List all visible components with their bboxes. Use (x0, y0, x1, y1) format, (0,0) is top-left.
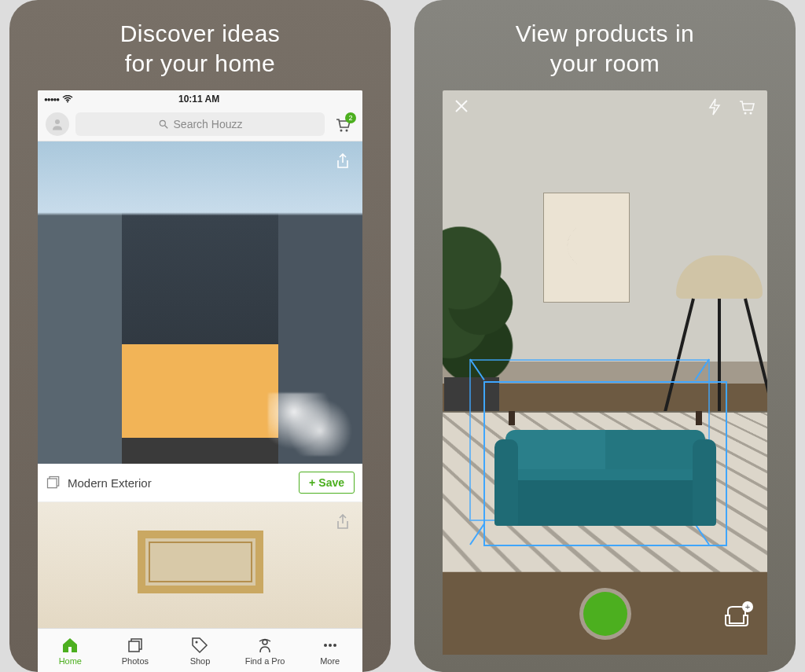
tab-photos[interactable]: Photos (103, 629, 168, 672)
save-button[interactable]: + Save (299, 472, 355, 494)
svg-point-11 (263, 640, 267, 644)
share-button[interactable] (331, 510, 355, 534)
close-icon (454, 98, 469, 114)
photo-card[interactable] (38, 502, 362, 628)
search-input[interactable]: Search Houzz (75, 112, 325, 136)
add-product-button[interactable]: + (723, 604, 750, 631)
photo-caption-bar: Modern Exterior + Save (38, 464, 362, 502)
tab-bar: Home Photos Shop Find a Pro More (38, 628, 362, 672)
person-icon (50, 117, 64, 131)
cart-icon (737, 98, 756, 116)
cart-button[interactable]: 2 (331, 115, 355, 134)
svg-point-16 (750, 112, 752, 115)
share-icon (336, 514, 350, 530)
plus-icon: + (309, 476, 315, 489)
signal-dots-icon: ●●●●● (44, 96, 59, 103)
status-time: 10:11 AM (73, 94, 325, 105)
plus-badge: + (742, 601, 753, 612)
framed-art (138, 531, 263, 593)
svg-point-13 (329, 644, 332, 647)
svg-point-12 (324, 644, 327, 647)
flash-icon (708, 98, 722, 116)
svg-line-3 (164, 126, 167, 129)
device-frame: ●●●●● 10:11 AM Searc (38, 90, 362, 672)
cart-button[interactable] (737, 98, 756, 119)
photo-hero (38, 141, 362, 464)
cart-badge: 2 (345, 112, 356, 123)
photos-icon (126, 636, 145, 655)
svg-point-1 (55, 119, 60, 124)
promo-panel-left: Discover ideas for your home ●●●●● 10:11… (9, 0, 391, 672)
ar-product-sofa[interactable] (494, 411, 716, 537)
flash-button[interactable] (708, 98, 722, 119)
tag-icon (190, 636, 209, 655)
search-icon (158, 119, 169, 130)
tab-find-pro[interactable]: Find a Pro (233, 629, 298, 672)
photo-title: Modern Exterior (68, 476, 152, 490)
photo-card[interactable]: Modern Exterior + Save (38, 141, 362, 502)
svg-point-2 (160, 120, 165, 126)
svg-point-10 (196, 641, 198, 643)
status-bar: ●●●●● 10:11 AM (38, 90, 362, 108)
tab-home[interactable]: Home (38, 629, 103, 672)
photo-hero (38, 502, 362, 628)
home-icon (61, 636, 79, 655)
headline-right: View products in your room (500, 0, 711, 90)
capture-button[interactable] (583, 592, 627, 636)
promo-panel-right: View products in your room (414, 0, 796, 672)
top-bar: Search Houzz 2 (38, 108, 362, 141)
search-placeholder: Search Houzz (174, 118, 243, 130)
feed[interactable]: Modern Exterior + Save (38, 141, 362, 628)
headline-left: Discover ideas for your home (105, 0, 296, 90)
svg-point-15 (744, 112, 747, 115)
svg-rect-9 (129, 641, 139, 652)
svg-rect-7 (48, 479, 57, 488)
wall-art (543, 193, 630, 303)
svg-point-4 (340, 130, 343, 132)
photo-stack-icon (46, 475, 61, 490)
svg-point-5 (346, 130, 348, 132)
wifi-icon (62, 95, 73, 103)
more-icon (321, 636, 340, 655)
tab-shop[interactable]: Shop (167, 629, 233, 672)
close-button[interactable] (454, 98, 469, 119)
pro-icon (255, 636, 274, 655)
share-icon (336, 153, 350, 169)
ar-camera-view[interactable]: + (443, 90, 767, 655)
share-button[interactable] (331, 149, 355, 173)
svg-point-14 (333, 644, 336, 647)
svg-point-0 (67, 101, 68, 103)
tab-more[interactable]: More (297, 629, 362, 672)
profile-avatar[interactable] (46, 112, 69, 136)
